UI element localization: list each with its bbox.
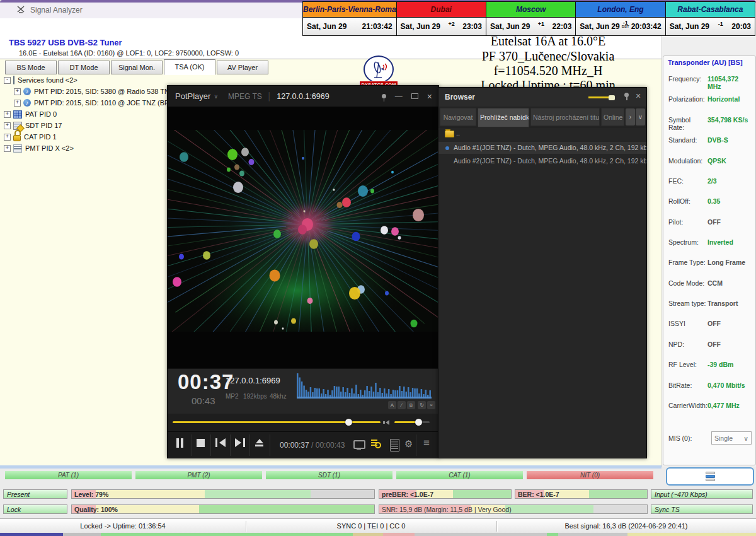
clock-city: Berlin-Paris-Vienna-Roma bbox=[303, 2, 396, 18]
potplayer-titlebar[interactable]: PotPlayer ∨ MPEG TS │ 127.0.0.1:6969 — × bbox=[168, 86, 438, 107]
potplayer-menu[interactable]: PotPlayer bbox=[175, 91, 210, 101]
ab-repeat-a-button[interactable]: A bbox=[388, 401, 396, 409]
sdt-table-icon bbox=[13, 122, 22, 130]
pause-button[interactable] bbox=[176, 438, 183, 448]
pin-icon[interactable] bbox=[624, 93, 629, 97]
clock-city: Rabat-Casablanca bbox=[666, 2, 755, 18]
mis-row: MIS (0): Single∨ bbox=[668, 431, 752, 445]
maximize-icon[interactable] bbox=[411, 93, 418, 99]
cast-screen-icon[interactable] bbox=[353, 440, 365, 449]
clock-city: London, Eng bbox=[576, 2, 665, 18]
chevron-down-icon: ∨ bbox=[743, 434, 748, 442]
stacked-layers-icon bbox=[706, 472, 715, 481]
browser-window: Browser × Navigovat Prohlížeč nabídky Ná… bbox=[438, 87, 647, 458]
audio-visualization bbox=[168, 130, 438, 332]
tp-rf-level: RF Level:-39 dBm bbox=[668, 361, 752, 368]
video-area[interactable] bbox=[168, 107, 438, 368]
browser-titlebar[interactable]: Browser bbox=[438, 88, 646, 107]
minimize-icon[interactable]: — bbox=[395, 95, 403, 98]
close-icon[interactable]: × bbox=[427, 93, 432, 100]
ab-repeat-b-button[interactable]: B bbox=[407, 401, 415, 409]
tab-dt-mode[interactable]: DT Mode bbox=[58, 61, 110, 74]
tab-menu-browser[interactable]: Prohlížeč nabídky bbox=[478, 108, 529, 127]
volume-icon[interactable] bbox=[386, 420, 389, 425]
gear-icon[interactable]: ⚙ bbox=[404, 438, 413, 450]
tab-bs-mode[interactable]: BS Mode bbox=[5, 61, 57, 74]
audio-service-icon: ♪ bbox=[23, 88, 31, 95]
si-bar-cat: CAT (1) bbox=[396, 471, 523, 479]
tab-subtitle-browser[interactable]: Nástroj procházení titulků bbox=[530, 108, 600, 126]
potplayer-window: PotPlayer ∨ MPEG TS │ 127.0.0.1:6969 — ×… bbox=[167, 85, 439, 458]
expander-icon[interactable]: + bbox=[4, 122, 11, 129]
list-icon bbox=[13, 144, 22, 153]
ber-bar: BER: <1.0E-7 bbox=[515, 489, 648, 499]
window-title: Signal Analyzer bbox=[30, 6, 83, 15]
present-indicator: Present bbox=[3, 489, 67, 499]
stream-source: 127.0.0.1:6969 bbox=[277, 92, 329, 101]
next-button[interactable] bbox=[235, 438, 245, 447]
bitrate-label: 192kbps bbox=[243, 393, 267, 400]
expander-icon[interactable]: + bbox=[14, 100, 21, 107]
tab-list-dropdown-icon[interactable]: ∨ bbox=[636, 108, 645, 125]
tp-spectrum: Spectrum:Inverted bbox=[668, 238, 752, 246]
preber-bar: preBER: <1.0E-7 bbox=[379, 489, 512, 499]
clock-moscow: Moscow Sat, Jun 29+122:03 bbox=[486, 2, 575, 35]
tab-av-player[interactable]: AV Player bbox=[217, 61, 268, 74]
pin-icon[interactable] bbox=[382, 94, 386, 98]
mis-dropdown[interactable]: Single∨ bbox=[711, 431, 752, 445]
tp-fec: FEC:2/3 bbox=[668, 177, 752, 185]
ts-record-button[interactable] bbox=[666, 467, 754, 486]
overlay-frequency: f=11054.520 MHz_H bbox=[391, 64, 706, 78]
previous-button[interactable] bbox=[215, 438, 226, 447]
close-icon[interactable]: × bbox=[636, 91, 641, 101]
tab-tsa[interactable]: TSA (OK) bbox=[164, 59, 215, 75]
tab-scroll-right-icon[interactable]: › bbox=[626, 108, 635, 125]
tree-item-services[interactable]: - Services found <2> bbox=[4, 74, 281, 86]
tp-pilot: Pilot:OFF bbox=[668, 218, 752, 226]
status-sync-errors: SYNC 0 | TEI 0 | CC 0 bbox=[246, 519, 496, 533]
sync-ts-indicator: Sync TS bbox=[651, 504, 753, 514]
seek-volume-row bbox=[168, 414, 438, 431]
loop-button[interactable]: ↻ bbox=[418, 401, 426, 409]
tp-npd: NPD:OFF bbox=[668, 341, 752, 348]
ab-repeat-slash-button[interactable]: ∕ bbox=[398, 401, 406, 409]
stop-button[interactable] bbox=[197, 439, 205, 447]
quality-bar: Quality: 100% bbox=[71, 504, 375, 514]
audio-track-2[interactable]: Audio #2(JOE TNZ) - Dutch, MPEG Audio, 4… bbox=[438, 155, 646, 167]
clock-berlin: Berlin-Paris-Vienna-Roma Sat, Jun 2921:0… bbox=[303, 2, 396, 35]
tab-navigate[interactable]: Navigovat bbox=[440, 108, 476, 126]
tp-polarization: Polarization:Horizontal bbox=[668, 95, 752, 103]
tp-standard: Standard:DVB-S bbox=[668, 136, 752, 144]
browser-toggle-icon[interactable] bbox=[371, 440, 381, 448]
input-indicator: Input (~470 Kbps) bbox=[651, 489, 753, 499]
eject-button[interactable] bbox=[255, 439, 263, 446]
tab-signal-mon[interactable]: Signal Mon. bbox=[111, 61, 163, 74]
tp-symbol-rate: Symbol Rate:354,798 KS/s bbox=[668, 116, 752, 131]
seek-knob[interactable] bbox=[345, 419, 352, 426]
total-time: 00:43 bbox=[192, 395, 215, 406]
expander-icon[interactable]: + bbox=[4, 111, 11, 118]
stream-format: MPEG TS bbox=[228, 92, 262, 101]
expander-icon[interactable]: - bbox=[4, 77, 11, 84]
updir-row[interactable]: .. bbox=[438, 127, 646, 141]
browser-tabs: Navigovat Prohlížeč nabídky Nástroj proc… bbox=[438, 107, 646, 127]
clock-london: London, Eng Sat, Jun 29-1DST20:03:42 bbox=[575, 2, 665, 35]
expander-icon[interactable]: + bbox=[4, 145, 11, 152]
audio-track-1[interactable]: Audio #1(JOE TNZ) - Dutch, MPEG Audio, 4… bbox=[438, 142, 646, 154]
tv-icon bbox=[13, 76, 14, 84]
tab-online[interactable]: Online bbox=[601, 108, 624, 126]
background-window-sliver bbox=[0, 533, 756, 536]
table-icon bbox=[13, 110, 22, 119]
lock-icon bbox=[13, 132, 21, 141]
playing-dot-icon bbox=[445, 146, 449, 150]
playlist-icon[interactable] bbox=[390, 439, 399, 452]
volume-knob[interactable] bbox=[415, 419, 422, 426]
menu-icon[interactable]: ≡ bbox=[423, 437, 430, 450]
expander-icon[interactable]: + bbox=[4, 134, 11, 141]
ab-close-button[interactable]: × bbox=[427, 401, 435, 409]
expander-icon[interactable]: + bbox=[14, 88, 21, 95]
playing-source: 127.0.0.1:6969 bbox=[226, 376, 280, 385]
browser-opacity-slider[interactable] bbox=[588, 96, 610, 98]
audio-service-icon: ♪ bbox=[23, 99, 31, 107]
si-bar-sdt: SDT (1) bbox=[266, 471, 392, 479]
